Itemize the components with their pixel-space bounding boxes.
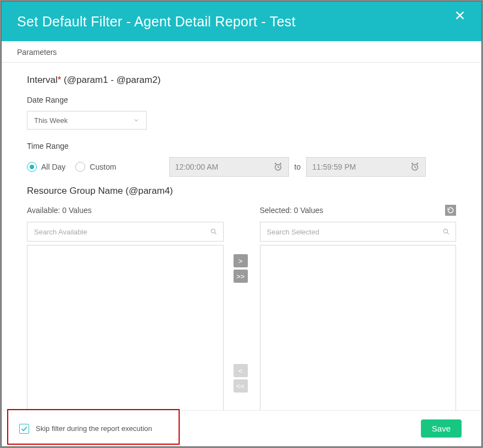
radio-all-day-label: All Day (41, 163, 65, 171)
close-icon (454, 9, 466, 21)
modal-dialog: Set Default Filter - Agent Detail Report… (1, 1, 482, 447)
svg-point-12 (211, 229, 215, 233)
modal-body: Interval* (@param1 - @param2) Date Range… (2, 63, 481, 410)
check-icon (20, 425, 28, 433)
close-button[interactable] (454, 9, 466, 24)
save-button[interactable]: Save (421, 419, 462, 438)
refresh-button[interactable] (445, 205, 456, 216)
interval-title: Interval* (@param1 - @param2) (27, 75, 456, 86)
svg-point-6 (280, 163, 281, 165)
radio-custom-label: Custom (90, 163, 116, 171)
radio-icon (75, 162, 85, 172)
time-to-input[interactable]: 11:59:59 PM (306, 157, 426, 177)
time-from-value: 12:00:00 AM (175, 163, 219, 171)
date-range-value: This Week (34, 116, 68, 125)
time-from-input[interactable]: 12:00:00 AM (169, 157, 289, 177)
time-range-row: All Day Custom 12:00:00 AM (27, 157, 456, 177)
tab-parameters[interactable]: Parameters (2, 41, 481, 63)
chevron-down-icon (133, 117, 140, 124)
skip-filter-label: Skip filter during the report execution (36, 424, 152, 433)
refresh-icon (447, 206, 454, 214)
radio-custom[interactable]: Custom (75, 162, 116, 172)
resource-group-title: Resource Group Name (@param4) (27, 186, 456, 197)
to-label: to (295, 163, 301, 171)
search-icon (210, 228, 218, 236)
time-to-value: 11:59:59 PM (312, 163, 356, 171)
available-listbox[interactable] (27, 245, 224, 410)
available-label: Available: 0 Values (27, 206, 92, 215)
svg-line-15 (447, 233, 449, 234)
clock-icon (273, 162, 283, 172)
add-button[interactable]: > (234, 254, 248, 267)
skip-filter-checkbox[interactable] (19, 424, 29, 434)
dual-list: Available: 0 Values > >> < << (27, 204, 456, 410)
svg-line-4 (278, 167, 279, 169)
svg-point-14 (443, 229, 447, 233)
search-selected-input[interactable] (266, 227, 443, 237)
remove-button[interactable]: < (234, 364, 248, 377)
remove-all-button[interactable]: << (234, 379, 248, 393)
search-available[interactable] (27, 222, 224, 242)
skip-filter-row: Skip filter during the report execution (19, 424, 152, 434)
svg-point-11 (417, 163, 418, 165)
interval-params: (@param1 - @param2) (61, 75, 160, 85)
radio-icon (27, 162, 37, 172)
selected-listbox[interactable] (260, 245, 457, 410)
add-all-button[interactable]: >> (234, 270, 248, 283)
date-range-label: Date Range (27, 96, 456, 104)
search-available-input[interactable] (33, 227, 210, 237)
transfer-buttons: > >> < << (234, 204, 250, 410)
date-range-select[interactable]: This Week (27, 111, 147, 130)
time-range-radio-group: All Day Custom (27, 162, 116, 172)
radio-all-day[interactable]: All Day (27, 162, 65, 172)
search-icon (442, 228, 450, 236)
modal-title: Set Default Filter - Agent Detail Report… (17, 14, 296, 30)
body-scroll[interactable]: Interval* (@param1 - @param2) Date Range… (2, 63, 481, 410)
svg-line-9 (415, 167, 416, 169)
svg-point-5 (275, 163, 276, 165)
time-range-label: Time Range (27, 142, 456, 150)
time-inputs: 12:00:00 AM to 11:59:59 PM (169, 157, 426, 177)
svg-point-10 (412, 163, 413, 165)
clock-icon (410, 162, 420, 172)
available-column: Available: 0 Values (27, 204, 224, 410)
search-selected[interactable] (260, 222, 457, 242)
selected-label: Selected: 0 Values (260, 206, 324, 215)
selected-column: Selected: 0 Values (260, 204, 457, 410)
modal-header: Set Default Filter - Agent Detail Report… (2, 2, 481, 41)
svg-line-13 (214, 233, 216, 234)
interval-label: Interval (27, 75, 58, 85)
modal-footer: Skip filter during the report execution … (2, 410, 481, 446)
